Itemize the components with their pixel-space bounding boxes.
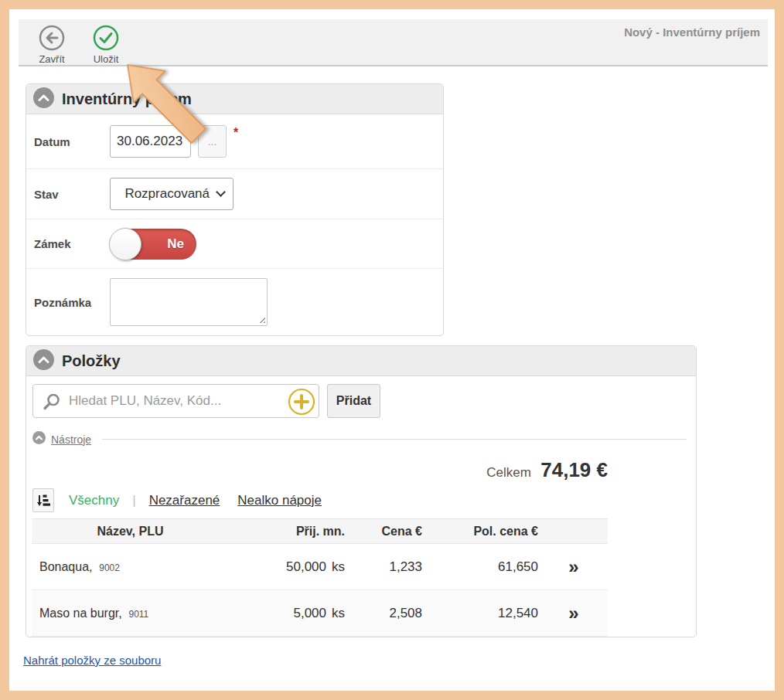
item-price: 1,233 [345, 559, 422, 575]
back-icon [29, 24, 74, 52]
search-input[interactable] [33, 385, 319, 417]
item-unit: ks [332, 559, 345, 574]
item-name: Maso na burgr, [39, 607, 122, 620]
collapse-up-icon-small[interactable] [32, 431, 46, 447]
collapse-up-icon[interactable] [33, 349, 54, 373]
filter-separator: | [132, 493, 135, 508]
table-row: Bonaqua, 9002 50,000ks 1,233 61,650 » [32, 544, 608, 590]
field-row-zamek: Zámek Ne [26, 219, 443, 269]
header-prij-mn: Přij. mn. [229, 525, 345, 539]
item-plu: 9011 [128, 609, 148, 620]
tools-divider [102, 439, 687, 440]
row-detail-chevrons-icon[interactable]: » [568, 603, 577, 624]
close-button[interactable]: Zavřít [29, 24, 74, 65]
item-qty: 50,000 [286, 559, 326, 574]
window-title: Nový - Inventúrny príjem [624, 25, 760, 39]
field-row-poznamka: Poznámka [26, 269, 443, 335]
header-pol-cena: Pol. cena € [422, 525, 538, 539]
zamek-toggle[interactable]: Ne [110, 229, 196, 260]
items-panel-header: Položky [26, 346, 696, 376]
toggle-knob [109, 228, 141, 260]
poznamka-textarea[interactable] [110, 278, 268, 326]
item-name: Bonaqua, [39, 560, 93, 573]
filter-nealko-napoje[interactable]: Nealko nápoje [237, 493, 322, 508]
collapse-up-icon[interactable] [33, 87, 54, 111]
total-label: Celkem [486, 465, 531, 480]
stav-select[interactable]: Rozpracovaná [110, 178, 233, 210]
datum-input[interactable] [110, 125, 191, 158]
header-nazev-plu: Název, PLU [32, 525, 229, 539]
total-row: Celkem 74,19 € [26, 458, 608, 482]
app-page: Zavřít Uložit Nový - Inventúrny príjem [9, 9, 775, 691]
filter-nezarazene[interactable]: Nezařazené [149, 493, 220, 508]
check-icon [84, 24, 128, 52]
save-button[interactable]: Uložit [84, 24, 128, 65]
item-plu: 9002 [99, 562, 120, 573]
item-line-total: 61,650 [422, 559, 538, 575]
search-row: Přidat [32, 384, 696, 418]
row-detail-chevrons-icon[interactable]: » [568, 556, 577, 577]
save-button-label: Uložit [84, 53, 128, 65]
required-asterisk: * [233, 126, 238, 140]
sort-amount-icon [36, 494, 50, 508]
upload-items-link[interactable]: Nahrát položky ze souboru [23, 654, 161, 667]
toggle-state-label: Ne [155, 229, 196, 260]
category-filter-row: Všechny | Nezařazené Nealko nápoje [32, 488, 696, 512]
add-button[interactable]: Přidat [327, 384, 380, 418]
sort-button[interactable] [32, 488, 54, 512]
table-row: Maso na burgr, 9011 5,000ks 2,508 12,540… [32, 590, 608, 637]
form-panel-header: Inventúrny príjem [26, 84, 443, 114]
datum-label: Datum [34, 135, 110, 148]
tools-link[interactable]: Nástroje [51, 433, 91, 446]
poznamka-label: Poznámka [34, 296, 110, 309]
form-panel-title: Inventúrny príjem [62, 90, 192, 108]
stav-label: Stav [34, 188, 110, 201]
poznamka-textarea-wrap [110, 278, 268, 326]
table-header-row: Název, PLU Přij. mn. Cena € Pol. cena € [32, 518, 608, 544]
add-item-plus-icon[interactable] [288, 388, 315, 416]
form-panel: Inventúrny príjem Datum ... * Stav Rozpr… [26, 83, 444, 336]
items-table: Název, PLU Přij. mn. Cena € Pol. cena € … [32, 518, 608, 637]
item-qty: 5,000 [293, 606, 326, 620]
zamek-label: Zámek [34, 237, 110, 250]
field-row-datum: Datum ... * [26, 114, 443, 169]
stav-select-value: Rozpracovaná [124, 186, 210, 202]
toolbar: Zavřít Uložit Nový - Inventúrny príjem [19, 19, 768, 66]
field-row-stav: Stav Rozpracovaná [26, 169, 443, 219]
items-panel-title: Položky [62, 352, 121, 370]
header-cena: Cena € [345, 525, 422, 539]
chevron-down-icon [216, 187, 226, 197]
filter-vsechny[interactable]: Všechny [69, 493, 119, 508]
tools-row: Nástroje [32, 431, 687, 447]
search-box [32, 384, 319, 418]
date-picker-button[interactable]: ... [198, 125, 227, 158]
item-line-total: 12,540 [422, 606, 538, 621]
total-value: 74,19 € [540, 458, 608, 481]
items-panel: Položky Přidat [26, 345, 697, 637]
item-unit: ks [332, 606, 345, 620]
item-price: 2,508 [345, 606, 422, 621]
close-button-label: Zavřít [29, 53, 74, 65]
